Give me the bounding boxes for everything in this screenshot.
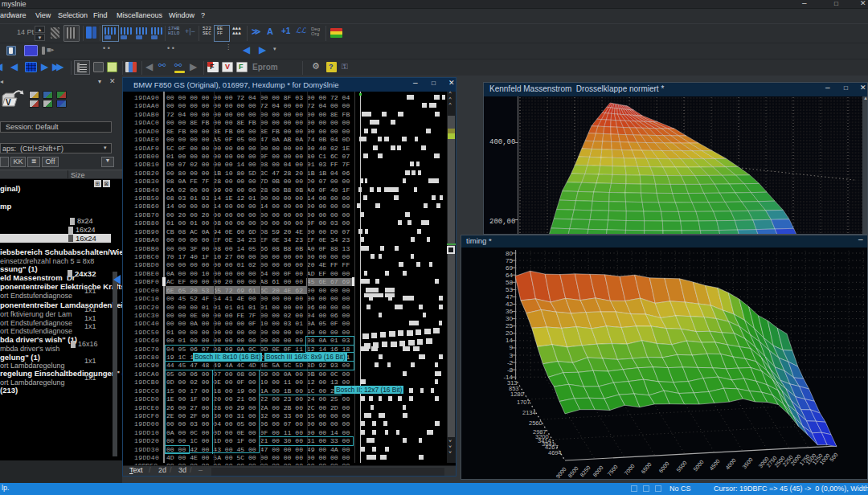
svg-text:V: V [6, 98, 11, 107]
